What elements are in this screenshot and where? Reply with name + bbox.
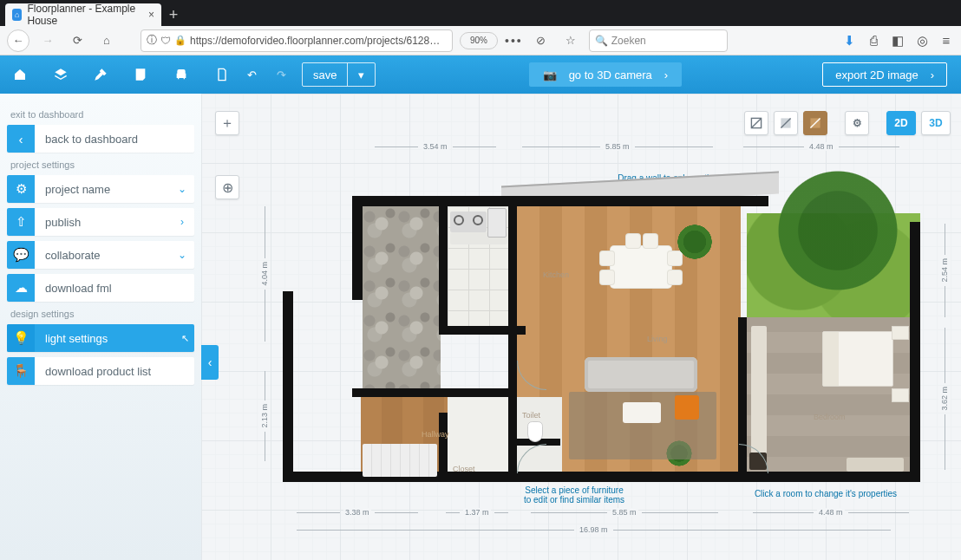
library-icon[interactable]: ⎙ (866, 33, 881, 48)
new-file-icon[interactable] (213, 66, 231, 83)
build-icon[interactable] (91, 65, 110, 84)
tab-close-icon[interactable]: × (148, 9, 154, 21)
furniture-nightstand[interactable] (892, 326, 909, 340)
sidebar-label: back to dashboard (35, 133, 194, 146)
furniture-dresser[interactable] (847, 458, 904, 472)
menu-icon[interactable]: ≡ (938, 33, 954, 48)
wall[interactable] (508, 388, 517, 482)
wall[interactable] (352, 196, 363, 300)
view-3d-button[interactable]: 3D (921, 111, 951, 135)
furniture-icon[interactable] (172, 65, 191, 84)
furniture-nightstand[interactable] (892, 388, 909, 402)
url-bar[interactable]: ⓘ 🛡 🔒 https://demoforvideo.floorplanner.… (141, 29, 453, 52)
more-icon[interactable]: ••• (505, 34, 523, 48)
redo-icon[interactable]: ↷ (272, 66, 290, 83)
furniture-toilet[interactable] (527, 421, 543, 442)
furniture-chair[interactable] (600, 251, 614, 265)
furniture-coffee-table[interactable] (623, 402, 661, 423)
sidebar-label: collaborate (35, 249, 170, 262)
locate-tool[interactable]: ⊕ (215, 175, 239, 199)
back-button[interactable]: ← (7, 29, 29, 52)
wall[interactable] (352, 388, 517, 397)
furniture-dining-table[interactable] (611, 246, 671, 288)
forward-button[interactable]: → (36, 29, 59, 52)
browser-tab[interactable]: ⌂ Floorplanner - Example House × (5, 3, 161, 26)
view-2d-button[interactable]: 2D (886, 111, 916, 135)
dimension-bottom-1: 3.38 m (297, 508, 418, 517)
reader-button[interactable]: ⊘ (530, 29, 552, 52)
wall[interactable] (352, 196, 768, 206)
sidebar-item-back[interactable]: ‹ back to dashboard (7, 125, 194, 153)
sidebar-icon[interactable]: ◧ (890, 33, 905, 49)
save-button-group: save ▾ (302, 62, 376, 87)
dimension-bottom-4: 4.48 m (753, 508, 909, 517)
search-placeholder: Zoeken (611, 35, 646, 47)
account-icon[interactable]: ◎ (914, 33, 930, 49)
furniture-fridge[interactable] (487, 208, 507, 238)
layers-icon[interactable] (51, 65, 70, 84)
furniture-chair[interactable] (600, 270, 614, 284)
dimension-bottom-total: 16.98 m (297, 525, 891, 534)
floor-plan[interactable]: Kitchen Living Hallway Toilet Closet Bed… (283, 187, 920, 482)
info-icon: ⓘ (147, 33, 157, 48)
wall[interactable] (439, 196, 448, 335)
furniture-sofa[interactable] (585, 357, 697, 392)
sidebar-item-download-fml[interactable]: ☁ download fml (7, 274, 194, 302)
furniture-bed[interactable] (822, 331, 893, 387)
zoom-level[interactable]: 90% (460, 32, 498, 49)
sidebar-item-publish[interactable]: ⇧ publish › (7, 208, 194, 236)
view-mode-1[interactable] (744, 111, 768, 135)
sidebar-item-light-settings[interactable]: 💡 light settings ↖ (7, 324, 194, 352)
gear-icon: ⚙ (7, 175, 35, 203)
furniture-armchair[interactable] (675, 395, 699, 420)
export-2d-button[interactable]: export 2D image › (822, 62, 947, 87)
wall[interactable] (910, 222, 920, 482)
collapse-sidebar-button[interactable]: ‹ (201, 345, 219, 380)
go-to-3d-button[interactable]: 📷 go to 3D camera › (529, 62, 682, 87)
chat-icon: 💬 (7, 241, 35, 269)
undo-icon[interactable]: ↶ (243, 66, 260, 83)
furniture-chair[interactable] (626, 234, 640, 248)
app-topbar: ↶ ↷ save ▾ 📷 go to 3D camera › export 2D… (0, 55, 961, 94)
garden-tree[interactable] (768, 161, 907, 300)
note-icon[interactable] (131, 65, 150, 84)
export-2d-label: export 2D image (835, 68, 918, 81)
sidebar-section-project: project settings (10, 160, 194, 170)
new-tab-button[interactable]: + (161, 3, 186, 26)
wall[interactable] (439, 413, 448, 482)
dimension-bottom-3: 5.85 m (531, 508, 718, 517)
sidebar-label: project name (35, 183, 170, 196)
dimension-right-2: 3.62 m (938, 328, 951, 470)
home-icon[interactable] (10, 65, 29, 84)
download-icon[interactable]: ⬇ (841, 33, 857, 49)
furniture-chair[interactable] (668, 270, 682, 284)
canvas[interactable]: ‹ ＋ ⊕ ⚙ 2D 3D 3.54 m 5.85 m 4.48 m 3.38 … (201, 94, 961, 560)
wall[interactable] (508, 196, 517, 395)
furniture-chair[interactable] (644, 234, 657, 248)
bookmark-button[interactable]: ☆ (559, 29, 582, 52)
dimension-bottom-2: 1.37 m (446, 508, 508, 517)
view-mode-3[interactable] (803, 111, 827, 135)
camera-settings[interactable]: ⚙ (845, 111, 869, 135)
add-tool[interactable]: ＋ (215, 111, 239, 135)
furniture-wardrobe[interactable] (751, 326, 767, 456)
favicon-icon: ⌂ (12, 9, 22, 21)
browser-search[interactable]: 🔍 Zoeken (589, 29, 728, 52)
furniture-stairs[interactable] (363, 444, 437, 477)
sidebar-item-project-name[interactable]: ⚙ project name ⌄ (7, 175, 194, 203)
search-icon: 🔍 (595, 35, 608, 47)
sidebar-item-download-products[interactable]: 🪑 download product list (7, 357, 194, 385)
furniture-stove[interactable] (450, 212, 487, 232)
home-button[interactable]: ⌂ (95, 29, 118, 52)
save-button[interactable]: save (303, 63, 347, 86)
tab-title: Floorplanner - Example House (27, 3, 143, 27)
view-mode-2[interactable] (774, 111, 798, 135)
sidebar-section-design: design settings (10, 309, 194, 319)
dimension-top-2: 5.85 m (522, 142, 713, 151)
save-dropdown[interactable]: ▾ (347, 63, 375, 86)
app-body: exit to dashboard ‹ back to dashboard pr… (0, 94, 961, 560)
furniture-plant[interactable] (675, 222, 715, 262)
wall[interactable] (283, 291, 293, 482)
sidebar-item-collaborate[interactable]: 💬 collaborate ⌄ (7, 241, 194, 269)
reload-button[interactable]: ⟳ (66, 29, 88, 52)
